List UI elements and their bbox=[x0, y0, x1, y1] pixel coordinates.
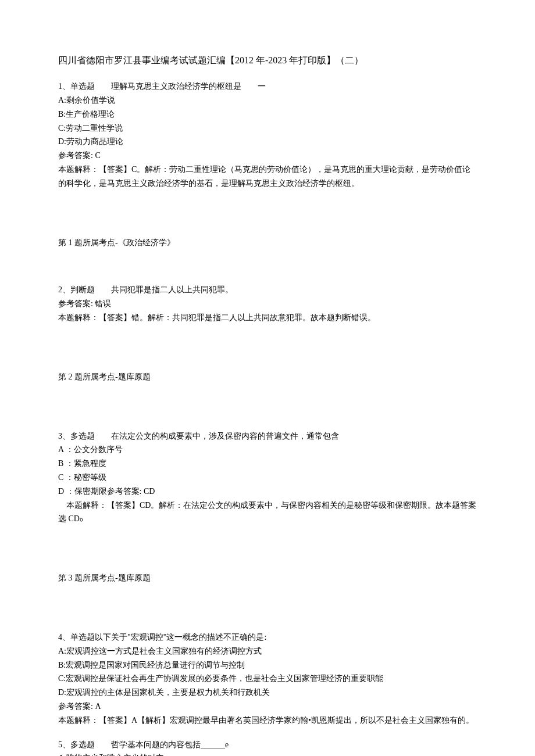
q4-option-c: C:宏观调控是保证社会再生产协调发展的必要条件，也是社会主义国家管理经济的重要职… bbox=[58, 672, 477, 686]
page-title: 四川省德阳市罗江县事业编考试试题汇编【2012 年-2023 年打印版】（二） bbox=[58, 52, 477, 68]
q3-stem: 3、多选题 在法定公文的构成要素中，涉及保密内容的普遍文件，通常包含 bbox=[58, 429, 477, 443]
question-4: 4、单选题以下关于"宏观调控"这一概念的描述不正确的是: A:宏观调控这一方式是… bbox=[58, 630, 477, 728]
q1-option-c: C:劳动二重性学说 bbox=[58, 121, 477, 135]
q3-explanation: 本题解释：【答案】CD。解析：在法定公文的构成要素中，与保密内容相关的是秘密等级… bbox=[58, 499, 477, 526]
q3-option-c: C ：秘密等级 bbox=[58, 471, 477, 485]
q1-stem: 1、单选题 理解马克思主义政治经济学的枢纽是 一 bbox=[58, 80, 477, 94]
question-3: 3、多选题 在法定公文的构成要素中，涉及保密内容的普遍文件，通常包含 A ：公文… bbox=[58, 429, 477, 526]
question-2: 2、判断题 共同犯罪是指二人以上共同犯罪。 参考答案: 错误 本题解释：【答案】… bbox=[58, 283, 477, 324]
q4-option-a: A:宏观调控这一方式是社会主义国家独有的经济调控方式 bbox=[58, 644, 477, 658]
q2-stem: 2、判断题 共同犯罪是指二人以上共同犯罪。 bbox=[58, 283, 477, 297]
q3-topic: 第 3 题所属考点-题库原题 bbox=[58, 571, 477, 585]
q1-option-d: D:劳动力商品理论 bbox=[58, 135, 477, 149]
q1-explanation: 本题解释：【答案】C。解析：劳动二重性理论（马克思的劳动价值论），是马克思的重大… bbox=[58, 163, 477, 191]
q3-option-d: D ：保密期限参考答案: CD bbox=[58, 485, 477, 499]
q1-option-b: B:生产价格理论 bbox=[58, 108, 477, 121]
q4-explanation: 本题解释：【答案】A【解析】宏观调控最早由著名英国经济学家约翰•凯恩斯提出，所以… bbox=[58, 714, 477, 728]
q4-answer: 参考答案: A bbox=[58, 700, 477, 714]
question-5: 5、多选题 哲学基本问题的内容包括______e A:唯物主义和唯心主义的对立 … bbox=[58, 738, 477, 757]
q2-answer: 参考答案: 错误 bbox=[58, 297, 477, 311]
q3-option-a: A ：公文分数序号 bbox=[58, 443, 477, 457]
q2-topic: 第 2 题所属考点-题库原题 bbox=[58, 370, 477, 384]
q4-option-d: D:宏观调控的主体是国家机关，主要是权力机关和行政机关 bbox=[58, 686, 477, 700]
q2-explanation: 本题解释：【答案】错。解析：共同犯罪是指二人以上共同故意犯罪。故本题判断错误。 bbox=[58, 311, 477, 325]
q4-stem: 4、单选题以下关于"宏观调控"这一概念的描述不正确的是: bbox=[58, 630, 477, 644]
q1-option-a: A:剩余价值学说 bbox=[58, 94, 477, 108]
q3-option-b: B ：紧急程度 bbox=[58, 457, 477, 471]
q5-option-a: A:唯物主义和唯心主义的对立 bbox=[58, 751, 477, 756]
q5-stem: 5、多选题 哲学基本问题的内容包括______e bbox=[58, 738, 477, 752]
q1-topic: 第 1 题所属考点-《政治经济学》 bbox=[58, 236, 477, 250]
q4-option-b: B:宏观调控是国家对国民经济总量进行的调节与控制 bbox=[58, 658, 477, 672]
q1-answer: 参考答案: C bbox=[58, 149, 477, 163]
question-1: 1、单选题 理解马克思主义政治经济学的枢纽是 一 A:剩余价值学说 B:生产价格… bbox=[58, 80, 477, 190]
